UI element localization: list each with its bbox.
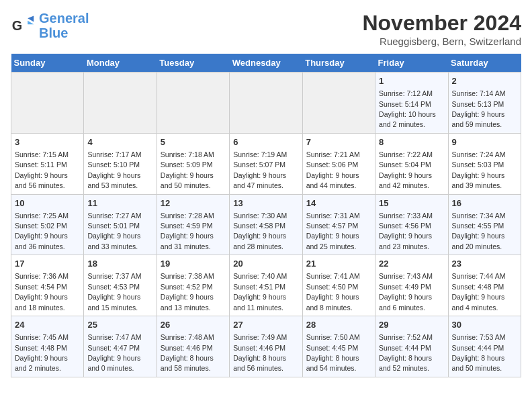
day-number: 23 [452, 258, 517, 270]
calendar-cell: 3Sunrise: 7:15 AM Sunset: 5:11 PM Daylig… [11, 133, 84, 194]
calendar-cell: 27Sunrise: 7:49 AM Sunset: 4:46 PM Dayli… [230, 316, 302, 377]
day-info: Sunrise: 7:50 AM Sunset: 4:45 PM Dayligh… [306, 333, 361, 372]
logo-icon: G [11, 13, 35, 38]
day-number: 13 [233, 197, 298, 210]
day-number: 24 [15, 319, 80, 331]
day-number: 3 [15, 136, 80, 148]
svg-marker-1 [28, 16, 34, 22]
day-number: 7 [306, 136, 371, 148]
day-info: Sunrise: 7:45 AM Sunset: 4:48 PM Dayligh… [15, 333, 70, 372]
day-number: 20 [233, 258, 298, 270]
day-info: Sunrise: 7:52 AM Sunset: 4:44 PM Dayligh… [379, 333, 434, 372]
day-header-thursday: Thursday [302, 54, 375, 73]
calendar-cell: 1Sunrise: 7:12 AM Sunset: 5:14 PM Daylig… [375, 73, 448, 134]
day-info: Sunrise: 7:21 AM Sunset: 5:06 PM Dayligh… [306, 150, 361, 189]
day-number: 10 [15, 197, 80, 210]
day-header-wednesday: Wednesday [230, 54, 302, 73]
day-number: 26 [161, 319, 226, 331]
day-number: 22 [379, 258, 444, 270]
calendar-cell: 9Sunrise: 7:24 AM Sunset: 5:03 PM Daylig… [448, 133, 521, 194]
calendar-cell: 12Sunrise: 7:28 AM Sunset: 4:59 PM Dayli… [157, 194, 229, 255]
day-header-sunday: Sunday [11, 54, 84, 73]
day-number: 9 [452, 136, 517, 148]
day-number: 27 [233, 319, 298, 331]
day-number: 2 [452, 75, 517, 87]
day-number: 17 [15, 258, 80, 270]
day-info: Sunrise: 7:25 AM Sunset: 5:02 PM Dayligh… [15, 212, 70, 250]
calendar-cell: 15Sunrise: 7:33 AM Sunset: 4:56 PM Dayli… [375, 194, 448, 255]
calendar-cell [11, 73, 84, 134]
day-info: Sunrise: 7:47 AM Sunset: 4:47 PM Dayligh… [87, 333, 142, 372]
calendar-cell: 29Sunrise: 7:52 AM Sunset: 4:44 PM Dayli… [375, 316, 448, 377]
day-info: Sunrise: 7:40 AM Sunset: 4:51 PM Dayligh… [233, 272, 288, 311]
calendar-cell: 2Sunrise: 7:14 AM Sunset: 5:13 PM Daylig… [448, 73, 521, 134]
calendar-cell: 14Sunrise: 7:31 AM Sunset: 4:57 PM Dayli… [302, 194, 375, 255]
day-info: Sunrise: 7:38 AM Sunset: 4:52 PM Dayligh… [161, 272, 216, 311]
day-number: 8 [379, 136, 444, 148]
calendar-cell [157, 73, 229, 134]
day-number: 21 [306, 258, 371, 270]
calendar-cell: 5Sunrise: 7:18 AM Sunset: 5:09 PM Daylig… [157, 133, 229, 194]
logo: G General Blue [11, 11, 89, 40]
calendar-week-row: 10Sunrise: 7:25 AM Sunset: 5:02 PM Dayli… [11, 194, 521, 255]
day-number: 19 [161, 258, 226, 270]
day-number: 18 [87, 258, 152, 270]
day-number: 1 [379, 75, 444, 87]
calendar-cell: 23Sunrise: 7:44 AM Sunset: 4:48 PM Dayli… [448, 255, 521, 316]
day-number: 4 [87, 136, 152, 148]
day-info: Sunrise: 7:14 AM Sunset: 5:13 PM Dayligh… [452, 89, 507, 128]
calendar-cell: 30Sunrise: 7:53 AM Sunset: 4:44 PM Dayli… [448, 316, 521, 377]
calendar-week-row: 1Sunrise: 7:12 AM Sunset: 5:14 PM Daylig… [11, 73, 521, 134]
calendar-header: SundayMondayTuesdayWednesdayThursdayFrid… [11, 54, 521, 73]
day-info: Sunrise: 7:49 AM Sunset: 4:46 PM Dayligh… [233, 333, 288, 372]
day-info: Sunrise: 7:48 AM Sunset: 4:46 PM Dayligh… [161, 333, 216, 372]
calendar-cell [84, 73, 157, 134]
day-header-tuesday: Tuesday [157, 54, 229, 73]
day-number: 12 [161, 197, 226, 210]
day-number: 6 [233, 136, 298, 148]
svg-text:G: G [12, 18, 22, 33]
calendar-cell: 7Sunrise: 7:21 AM Sunset: 5:06 PM Daylig… [302, 133, 375, 194]
main-title: November 2024 [362, 11, 521, 36]
header: G General Blue November 2024 Rueggisberg… [11, 11, 521, 47]
title-block: November 2024 Rueggisberg, Bern, Switzer… [362, 11, 521, 47]
calendar-cell: 16Sunrise: 7:34 AM Sunset: 4:55 PM Dayli… [448, 194, 521, 255]
calendar-cell: 21Sunrise: 7:41 AM Sunset: 4:50 PM Dayli… [302, 255, 375, 316]
calendar-cell: 11Sunrise: 7:27 AM Sunset: 5:01 PM Dayli… [84, 194, 157, 255]
calendar-cell: 22Sunrise: 7:43 AM Sunset: 4:49 PM Dayli… [375, 255, 448, 316]
day-number: 11 [87, 197, 152, 210]
calendar-cell: 26Sunrise: 7:48 AM Sunset: 4:46 PM Dayli… [157, 316, 229, 377]
day-info: Sunrise: 7:27 AM Sunset: 5:01 PM Dayligh… [87, 212, 142, 250]
day-info: Sunrise: 7:33 AM Sunset: 4:56 PM Dayligh… [379, 212, 434, 250]
calendar-cell: 18Sunrise: 7:37 AM Sunset: 4:53 PM Dayli… [84, 255, 157, 316]
logo-text: General Blue [39, 11, 89, 40]
day-info: Sunrise: 7:53 AM Sunset: 4:44 PM Dayligh… [452, 333, 507, 372]
day-number: 30 [452, 319, 517, 331]
day-info: Sunrise: 7:19 AM Sunset: 5:07 PM Dayligh… [233, 150, 288, 189]
calendar-cell: 13Sunrise: 7:30 AM Sunset: 4:58 PM Dayli… [230, 194, 302, 255]
calendar-cell: 19Sunrise: 7:38 AM Sunset: 4:52 PM Dayli… [157, 255, 229, 316]
day-info: Sunrise: 7:30 AM Sunset: 4:58 PM Dayligh… [233, 212, 288, 250]
day-info: Sunrise: 7:17 AM Sunset: 5:10 PM Dayligh… [87, 150, 142, 189]
calendar-cell: 20Sunrise: 7:40 AM Sunset: 4:51 PM Dayli… [230, 255, 302, 316]
day-info: Sunrise: 7:31 AM Sunset: 4:57 PM Dayligh… [306, 212, 361, 250]
day-info: Sunrise: 7:41 AM Sunset: 4:50 PM Dayligh… [306, 272, 361, 311]
day-info: Sunrise: 7:37 AM Sunset: 4:53 PM Dayligh… [87, 272, 142, 311]
day-number: 5 [161, 136, 226, 148]
day-info: Sunrise: 7:44 AM Sunset: 4:48 PM Dayligh… [452, 272, 507, 311]
calendar-week-row: 24Sunrise: 7:45 AM Sunset: 4:48 PM Dayli… [11, 316, 521, 377]
calendar-week-row: 17Sunrise: 7:36 AM Sunset: 4:54 PM Dayli… [11, 255, 521, 316]
calendar-cell: 8Sunrise: 7:22 AM Sunset: 5:04 PM Daylig… [375, 133, 448, 194]
calendar-cell: 10Sunrise: 7:25 AM Sunset: 5:02 PM Dayli… [11, 194, 84, 255]
subtitle: Rueggisberg, Bern, Switzerland [362, 36, 521, 47]
calendar-cell [230, 73, 302, 134]
day-number: 14 [306, 197, 371, 210]
day-info: Sunrise: 7:28 AM Sunset: 4:59 PM Dayligh… [161, 212, 216, 250]
day-info: Sunrise: 7:15 AM Sunset: 5:11 PM Dayligh… [15, 150, 70, 189]
day-number: 15 [379, 197, 444, 210]
day-info: Sunrise: 7:24 AM Sunset: 5:03 PM Dayligh… [452, 150, 507, 189]
day-info: Sunrise: 7:12 AM Sunset: 5:14 PM Dayligh… [379, 89, 438, 128]
day-info: Sunrise: 7:18 AM Sunset: 5:09 PM Dayligh… [161, 150, 216, 189]
calendar-cell: 24Sunrise: 7:45 AM Sunset: 4:48 PM Dayli… [11, 316, 84, 377]
calendar-cell: 6Sunrise: 7:19 AM Sunset: 5:07 PM Daylig… [230, 133, 302, 194]
